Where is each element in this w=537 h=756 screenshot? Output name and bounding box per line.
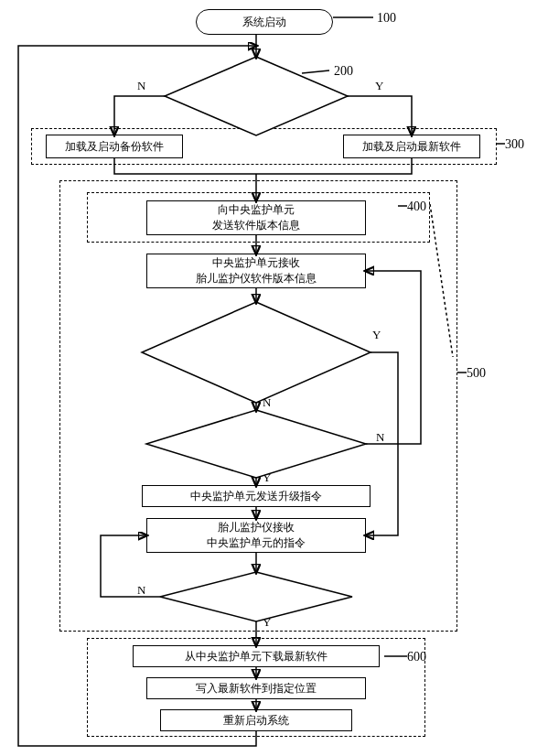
label-200: 200 bbox=[334, 64, 353, 79]
text-500-monitor-recv: 胎儿监护仪接收 中央监护单元的指令 bbox=[207, 520, 306, 551]
process-300-left: 加载及启动备份软件 bbox=[46, 135, 183, 158]
text-500-sendcmd: 中央监护单元发送升级指令 bbox=[190, 489, 322, 504]
group-500 bbox=[59, 180, 457, 632]
label-300: 300 bbox=[505, 137, 524, 152]
text-500-recv: 中央监护单元接收 胎儿监护仪软件版本信息 bbox=[196, 255, 317, 286]
text-600-download: 从中央监护单元下载最新软件 bbox=[185, 649, 328, 664]
process-400: 向中央监护单元 发送软件版本信息 bbox=[146, 200, 366, 235]
flowchart-diagram: 100 200 300 400 500 600 N Y Y N N Y N Y … bbox=[0, 0, 537, 756]
text-300-right: 加载及启动最新软件 bbox=[362, 139, 461, 155]
decision-200-y: Y bbox=[375, 79, 383, 93]
process-500-sendcmd: 中央监护单元发送升级指令 bbox=[142, 485, 371, 507]
label-100: 100 bbox=[377, 11, 396, 26]
process-600-restart: 重新启动系统 bbox=[160, 709, 352, 731]
process-600-download: 从中央监护单元下载最新软件 bbox=[133, 645, 380, 667]
text-300-left: 加载及启动备份软件 bbox=[65, 139, 164, 155]
text-600-write: 写入最新软件到指定位置 bbox=[196, 681, 317, 697]
text-start: 系统启动 bbox=[242, 15, 286, 30]
terminator-start: 系统启动 bbox=[196, 9, 333, 35]
process-600-write: 写入最新软件到指定位置 bbox=[146, 677, 366, 699]
decision-200-n: N bbox=[137, 79, 145, 93]
process-500-monitor-recv: 胎儿监护仪接收 中央监护单元的指令 bbox=[146, 518, 366, 553]
label-500: 500 bbox=[467, 366, 486, 381]
process-500-recv: 中央监护单元接收 胎儿监护仪软件版本信息 bbox=[146, 254, 366, 288]
process-300-right: 加载及启动最新软件 bbox=[343, 135, 480, 158]
svg-line-5 bbox=[302, 70, 329, 73]
text-400: 向中央监护单元 发送软件版本信息 bbox=[212, 202, 300, 233]
text-200: 指定位置是否 存在最新软件 bbox=[192, 73, 338, 119]
text-600-restart: 重新启动系统 bbox=[223, 713, 289, 729]
svg-marker-0 bbox=[165, 57, 348, 135]
